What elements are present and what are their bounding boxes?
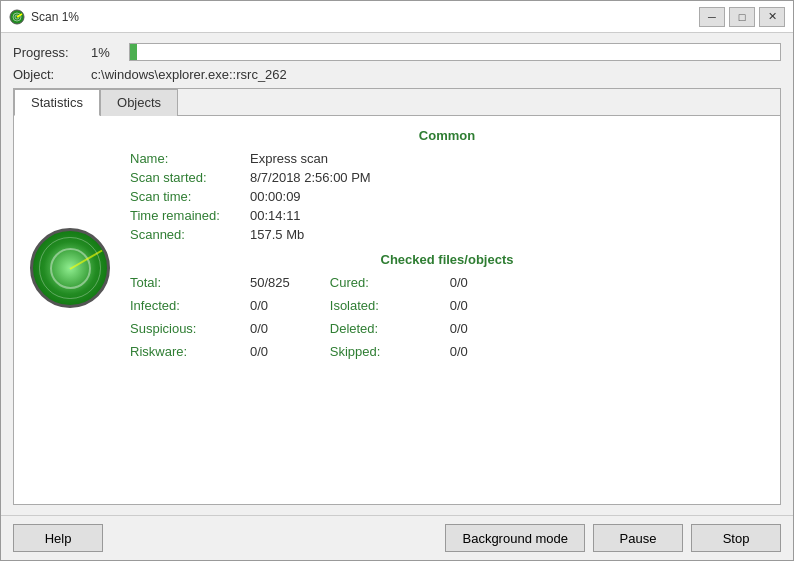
minimize-button[interactable]: ─ [699,7,725,27]
checked-col-left: Total: 50/825 Infected: 0/0 Suspicious: … [130,275,290,363]
time-remained-label: Time remained: [130,208,250,223]
riskware-label: Riskware: [130,344,250,359]
radar-graphic [30,228,110,308]
name-value: Express scan [250,151,328,166]
stat-suspicious: Suspicious: 0/0 [130,321,290,336]
scan-started-value: 8/7/2018 2:56:00 PM [250,170,371,185]
progress-label: Progress: [13,45,83,60]
tab-content-statistics: Common Name: Express scan Scan started: … [14,116,780,504]
title-bar: Scan 1% ─ □ ✕ [1,1,793,33]
stat-scanned: Scanned: 157.5 Mb [130,227,764,242]
stat-infected: Infected: 0/0 [130,298,290,313]
riskware-value: 0/0 [250,344,268,359]
cured-label: Cured: [330,275,450,290]
window-controls: ─ □ ✕ [699,7,785,27]
scanned-value: 157.5 Mb [250,227,304,242]
isolated-value: 0/0 [450,298,468,313]
infected-value: 0/0 [250,298,268,313]
footer: Help Background mode Pause Stop [1,515,793,560]
total-label: Total: [130,275,250,290]
checked-col-right: Cured: 0/0 Isolated: 0/0 Deleted: 0/0 [330,275,468,363]
tab-statistics[interactable]: Statistics [14,89,100,116]
tab-objects[interactable]: Objects [100,89,178,116]
object-row: Object: c:\windows\explorer.exe::rsrc_26… [13,67,781,82]
stat-isolated: Isolated: 0/0 [330,298,468,313]
close-button[interactable]: ✕ [759,7,785,27]
progress-percent: 1% [91,45,121,60]
radar-line [70,250,103,270]
window-title: Scan 1% [31,10,699,24]
scan-time-value: 00:00:09 [250,189,301,204]
object-label: Object: [13,67,83,82]
object-value: c:\windows\explorer.exe::rsrc_262 [91,67,287,82]
help-button[interactable]: Help [13,524,103,552]
main-window: Scan 1% ─ □ ✕ Progress: 1% Object: c:\wi… [0,0,794,561]
stat-name: Name: Express scan [130,151,764,166]
stat-deleted: Deleted: 0/0 [330,321,468,336]
stat-cured: Cured: 0/0 [330,275,468,290]
isolated-label: Isolated: [330,298,450,313]
stat-time-remained: Time remained: 00:14:11 [130,208,764,223]
footer-right: Background mode Pause Stop [445,524,781,552]
skipped-value: 0/0 [450,344,468,359]
suspicious-value: 0/0 [250,321,268,336]
content-area: Progress: 1% Object: c:\windows\explorer… [1,33,793,515]
progress-bar-container [129,43,781,61]
progress-row: Progress: 1% [13,43,781,61]
scanned-label: Scanned: [130,227,250,242]
checked-section: Checked files/objects Total: 50/825 Infe… [130,252,764,363]
radar-area [30,128,110,492]
tabs-container: Statistics Objects Common [13,88,781,505]
maximize-button[interactable]: □ [729,7,755,27]
time-remained-value: 00:14:11 [250,208,301,223]
scan-started-label: Scan started: [130,170,250,185]
skipped-label: Skipped: [330,344,450,359]
stat-scan-time: Scan time: 00:00:09 [130,189,764,204]
background-mode-button[interactable]: Background mode [445,524,585,552]
deleted-label: Deleted: [330,321,450,336]
stat-riskware: Riskware: 0/0 [130,344,290,359]
footer-left: Help [13,524,445,552]
tab-headers: Statistics Objects [14,89,780,116]
checked-grid: Total: 50/825 Infected: 0/0 Suspicious: … [130,275,764,363]
stop-button[interactable]: Stop [691,524,781,552]
total-value: 50/825 [250,275,290,290]
stat-scan-started: Scan started: 8/7/2018 2:56:00 PM [130,170,764,185]
scan-time-label: Scan time: [130,189,250,204]
checked-section-title: Checked files/objects [130,252,764,267]
common-section-title: Common [130,128,764,143]
progress-bar-fill [130,44,137,60]
deleted-value: 0/0 [450,321,468,336]
stat-total: Total: 50/825 [130,275,290,290]
stats-section: Common Name: Express scan Scan started: … [130,128,764,492]
infected-label: Infected: [130,298,250,313]
name-label: Name: [130,151,250,166]
suspicious-label: Suspicious: [130,321,250,336]
cured-value: 0/0 [450,275,468,290]
pause-button[interactable]: Pause [593,524,683,552]
app-icon [9,9,25,25]
stat-skipped: Skipped: 0/0 [330,344,468,359]
